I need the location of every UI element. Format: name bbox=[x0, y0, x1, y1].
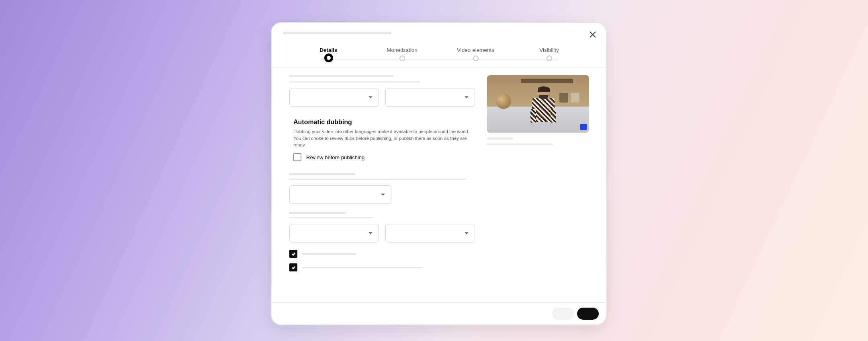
thumbnail-image bbox=[487, 75, 589, 133]
close-icon bbox=[588, 30, 598, 39]
step-label: Monetization bbox=[387, 47, 418, 53]
step-details[interactable]: Details bbox=[292, 47, 365, 68]
chevron-down-icon bbox=[368, 231, 373, 236]
field-sub-placeholder bbox=[289, 217, 373, 218]
checkbox-option-2[interactable] bbox=[289, 263, 297, 271]
step-dot bbox=[473, 55, 479, 61]
checkbox-option-1[interactable] bbox=[289, 250, 297, 258]
select-field-4[interactable] bbox=[289, 224, 379, 242]
back-button[interactable] bbox=[552, 308, 574, 320]
chevron-down-icon bbox=[368, 95, 373, 100]
step-label: Visibility bbox=[539, 47, 559, 53]
chevron-down-icon bbox=[464, 231, 469, 236]
review-before-publishing-checkbox[interactable] bbox=[293, 153, 301, 161]
field-label-placeholder bbox=[289, 75, 394, 77]
close-button[interactable] bbox=[587, 29, 599, 41]
review-before-publishing-label: Review before publishing bbox=[306, 154, 364, 160]
step-dot bbox=[399, 55, 405, 61]
automatic-dubbing-card: Automatic dubbing Dubbing your video int… bbox=[285, 112, 480, 168]
field-label-placeholder bbox=[289, 173, 355, 175]
title-placeholder bbox=[283, 32, 391, 34]
select-field-5[interactable] bbox=[385, 224, 475, 242]
step-monetization[interactable]: Monetization bbox=[365, 47, 439, 68]
chevron-down-icon bbox=[381, 192, 385, 197]
stepper: Details Monetization Video elements Visi… bbox=[272, 44, 606, 68]
thumbnail-badge bbox=[580, 124, 587, 130]
step-label: Details bbox=[319, 47, 337, 53]
dubbing-description: Dubbing your video into other languages … bbox=[293, 128, 471, 148]
modal-footer bbox=[272, 302, 606, 325]
meta-placeholder bbox=[487, 144, 553, 145]
checkbox-label-placeholder bbox=[302, 267, 423, 268]
step-dot bbox=[324, 53, 333, 62]
select-field-3[interactable] bbox=[289, 185, 391, 204]
checkbox-label-placeholder bbox=[302, 253, 356, 255]
meta-placeholder bbox=[487, 138, 513, 140]
review-before-publishing-row: Review before publishing bbox=[293, 153, 471, 161]
step-label: Video elements bbox=[457, 47, 494, 53]
step-visibility[interactable]: Visibility bbox=[512, 47, 586, 68]
side-column bbox=[487, 68, 606, 302]
chevron-down-icon bbox=[464, 95, 469, 100]
checkbox-row-2 bbox=[289, 263, 475, 271]
modal-header bbox=[272, 23, 606, 44]
video-thumbnail[interactable] bbox=[487, 75, 589, 133]
select-field-1[interactable] bbox=[289, 88, 379, 107]
select-field-2[interactable] bbox=[385, 88, 475, 107]
upload-modal: Details Monetization Video elements Visi… bbox=[271, 22, 607, 325]
field-sub-placeholder bbox=[289, 81, 420, 82]
dubbing-title: Automatic dubbing bbox=[293, 119, 471, 126]
modal-body: Automatic dubbing Dubbing your video int… bbox=[272, 68, 606, 302]
main-column: Automatic dubbing Dubbing your video int… bbox=[272, 68, 487, 302]
field-sub-placeholder bbox=[289, 179, 466, 180]
step-video-elements[interactable]: Video elements bbox=[439, 47, 512, 68]
checkbox-row-1 bbox=[289, 250, 475, 258]
field-label-placeholder bbox=[289, 212, 346, 214]
next-button[interactable] bbox=[577, 308, 599, 320]
step-dot bbox=[547, 55, 552, 61]
